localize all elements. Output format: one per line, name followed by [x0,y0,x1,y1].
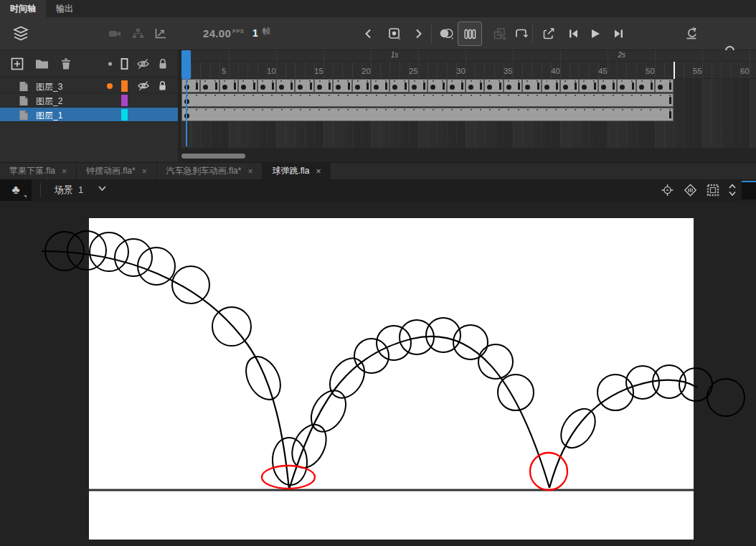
keyframe-span[interactable] [409,79,427,93]
seconds-ruler[interactable]: 1s2s [181,50,756,62]
current-frame-value[interactable]: 1 [252,27,258,39]
visibility-column-header[interactable] [136,58,150,70]
keyframe-span[interactable] [333,79,351,93]
keyframe-span[interactable] [522,79,541,93]
clip-content-button[interactable] [707,184,719,197]
ball-outline[interactable] [67,231,106,270]
onion-skin-outlines-button[interactable] [458,22,482,46]
stage-pasteboard[interactable] [0,201,756,546]
layers-panel-icon[interactable] [12,26,29,42]
edit-multiple-frames-button[interactable] [493,27,506,39]
center-stage-button[interactable] [661,184,674,197]
keyframe-span[interactable] [352,79,371,93]
frame-span[interactable] [181,93,674,107]
keyframe-span[interactable] [466,79,484,93]
ball-outline[interactable] [707,379,745,416]
layer-lock-icon[interactable] [158,80,167,91]
layer-hidden-icon[interactable] [137,80,150,91]
layer-color-swatch[interactable] [121,95,128,106]
ball-outline[interactable] [212,307,251,346]
new-folder-button[interactable] [35,58,49,69]
play-button[interactable] [590,28,600,39]
ball-outline[interactable] [498,375,534,410]
document-tab[interactable]: 球弹跳.fla × [263,163,331,179]
keyframe-span[interactable] [636,79,655,93]
layer-row[interactable]: 图层_1 [0,108,178,122]
keyframe-span[interactable] [504,79,522,93]
keyframe-span[interactable] [579,79,597,93]
delete-layer-button[interactable] [60,57,72,70]
playhead[interactable] [181,50,191,79]
stage-zoom-input[interactable] [742,181,756,199]
frame-span[interactable] [181,108,674,121]
motion-path[interactable] [289,336,549,489]
layer-parenting-icon[interactable] [132,28,144,39]
close-icon[interactable]: × [316,166,321,176]
ball-outline[interactable] [271,436,308,486]
keyframe-span[interactable] [427,79,446,93]
motion-path[interactable] [549,380,697,488]
next-keyframe-button[interactable] [415,28,423,39]
rotate-stage-tool[interactable] [683,183,698,198]
keyframe-span[interactable] [655,79,674,93]
keyframe-span[interactable] [371,79,389,93]
layer-row[interactable]: 图层_3 [0,79,178,93]
tab-output[interactable]: 输出 [46,0,83,17]
ball-outline[interactable] [239,351,287,405]
frame-grid[interactable] [181,79,756,148]
layer-frame-row[interactable] [181,108,684,122]
ball-outline[interactable] [478,344,513,379]
fps-value[interactable]: 24.00FPS [203,27,245,39]
keyframe-span[interactable] [389,79,408,93]
outline-column-header[interactable] [121,57,128,70]
export-loop-button[interactable] [542,27,556,39]
keyframe-span[interactable] [314,79,333,93]
close-icon[interactable]: × [142,166,147,176]
new-layer-button[interactable] [11,57,24,70]
keyframe-span[interactable] [484,79,503,93]
ball-outline[interactable] [554,403,602,454]
step-back-button[interactable] [567,28,579,39]
previous-keyframe-button[interactable] [364,28,372,39]
close-icon[interactable]: × [62,166,67,176]
keyframe-span[interactable] [200,79,219,93]
bouncing-ball-drawing[interactable] [0,201,756,546]
camera-icon[interactable] [108,28,121,39]
keyframe-span[interactable] [295,79,313,93]
step-forward-button[interactable] [613,28,625,39]
lock-column-header[interactable] [158,58,168,70]
onion-skin-button[interactable] [439,27,454,39]
reset-timeline-zoom-button[interactable] [685,27,698,39]
keyframe-span[interactable] [238,79,257,93]
document-tab[interactable]: 汽车急刹车动画.fla* × [157,163,263,179]
keyframe-span[interactable] [598,79,617,93]
keyframe-span[interactable] [257,79,276,93]
document-tab[interactable]: 钟摆动画.fla* × [77,163,157,179]
keyframe-span[interactable] [542,79,560,93]
keyframe-span[interactable] [219,79,238,93]
zoom-stepper[interactable] [727,183,737,197]
motion-path[interactable] [42,251,289,489]
frame-graph-icon[interactable] [154,28,166,39]
highlight-column-header[interactable] [108,61,113,66]
ball-outline[interactable] [597,375,633,410]
keyframe-span[interactable] [447,79,466,93]
keyframe-span[interactable] [617,79,635,93]
loop-frames-button[interactable] [514,27,528,39]
close-icon[interactable]: × [247,166,252,176]
insert-keyframe-button[interactable] [388,27,401,40]
keyframe-span[interactable] [276,79,295,93]
ball-outline[interactable] [172,266,209,303]
scene-chevron-down-icon[interactable] [98,185,107,192]
ball-outline[interactable] [138,248,175,285]
tab-timeline[interactable]: 时间轴 [0,0,46,17]
document-club-icon[interactable]: ♣ [0,179,32,201]
layer-frame-row[interactable] [181,93,684,108]
ball-outline[interactable] [115,239,152,276]
ball-outline[interactable] [90,232,128,271]
keyframe-span[interactable] [181,79,200,93]
frame-ruler[interactable]: 51015202530354045505560 [181,62,756,79]
layer-color-swatch[interactable] [121,80,128,92]
layer-frame-row[interactable] [181,79,684,93]
layer-color-swatch[interactable] [121,109,128,121]
